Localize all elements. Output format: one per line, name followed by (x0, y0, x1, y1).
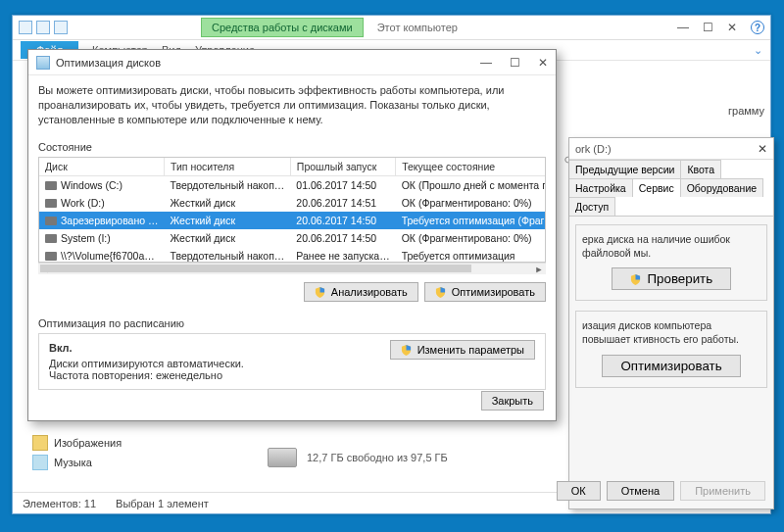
maximize-button[interactable]: ☐ (510, 56, 520, 70)
disk-icon (45, 199, 57, 208)
opt-intro-text: Вы можете оптимизировать диски, чтобы по… (38, 83, 546, 127)
table-row[interactable]: Зарезервировано …Жесткий диск20.06.2017 … (39, 212, 546, 229)
disk-icon (45, 234, 57, 243)
ribbon-expand-icon[interactable]: ⌄ (754, 44, 762, 57)
opt-title: Оптимизация дисков (56, 57, 161, 69)
table-row[interactable]: System (I:)Жесткий диск20.06.2017 14:50О… (39, 229, 546, 247)
shield-icon (630, 274, 641, 285)
maximize-button[interactable]: ☐ (703, 21, 713, 34)
sidebar-item-label: Музыка (54, 457, 92, 468)
opt-titlebar: Оптимизация дисков — ☐ ✕ (28, 50, 556, 75)
group-text: изация дисков компьютера повышает ктивно… (582, 319, 760, 346)
shield-icon (401, 345, 412, 356)
col-disk[interactable]: Диск (39, 158, 164, 176)
sidebar-item-music[interactable]: Музыка (32, 453, 228, 472)
status-item-count: Элементов: 11 (23, 498, 96, 509)
qat-icon[interactable] (54, 21, 68, 34)
sidebar-item-pictures[interactable]: Изображения (32, 433, 228, 453)
explorer-titlebar: Средства работы с дисками Этот компьютер… (13, 16, 770, 39)
shield-icon (315, 287, 325, 298)
col-last[interactable]: Прошлый запуск (290, 158, 395, 176)
explorer-navpane: Изображения Музыка (32, 433, 228, 472)
group-text: ерка диска на наличие ошибок файловой мы… (582, 233, 760, 260)
horizontal-scrollbar[interactable]: ◄ ► (38, 263, 546, 274)
drives-list[interactable]: Диск Тип носителя Прошлый запуск Текущее… (38, 157, 546, 263)
group-defrag: изация дисков компьютера повышает ктивно… (575, 311, 767, 387)
schedule-line: Частота повторения: еженедельно (49, 369, 535, 381)
scroll-thumb[interactable] (40, 265, 471, 272)
tab-service[interactable]: Сервис (633, 178, 681, 197)
schedule-box: Вкл. Диски оптимизируются автоматически.… (38, 333, 546, 390)
close-button[interactable]: ✕ (727, 21, 737, 34)
tab-hardware[interactable]: Оборудование (681, 178, 763, 197)
analyze-button[interactable]: Анализировать (304, 282, 418, 302)
props-tabs: Предыдущие версии Квота Настройка Сервис… (569, 160, 773, 217)
ok-button[interactable]: ОК (557, 481, 601, 501)
tab-prev-versions[interactable]: Предыдущие версии (569, 160, 681, 178)
disk-free-text: 12,7 ГБ свободно из 97,5 ГБ (307, 452, 448, 463)
minimize-button[interactable]: — (677, 21, 689, 34)
help-icon[interactable]: ? (751, 21, 764, 34)
disk-icon (45, 217, 57, 225)
change-settings-button[interactable]: Изменить параметры (390, 340, 535, 360)
drive-properties-dialog: ork (D:) ✕ Предыдущие версии Квота Настр… (568, 137, 774, 509)
cancel-button[interactable]: Отмена (607, 481, 674, 501)
hdd-icon (268, 448, 297, 467)
props-titlebar: ork (D:) ✕ (569, 138, 773, 160)
close-icon[interactable]: ✕ (758, 142, 767, 156)
group-check-errors: ерка диска на наличие ошибок файловой мы… (575, 224, 767, 301)
tab-customize[interactable]: Настройка (569, 178, 633, 197)
sidebar-item-label: Изображения (54, 437, 122, 449)
drive-icon (36, 56, 50, 70)
tab-sharing[interactable]: Доступ (569, 197, 615, 216)
optimize-drives-dialog: Оптимизация дисков — ☐ ✕ Вы можете оптим… (27, 49, 557, 421)
status-selection: Выбран 1 элемент (116, 498, 209, 509)
music-icon (32, 455, 48, 470)
disk-icon (45, 252, 57, 261)
state-label: Состояние (38, 141, 546, 153)
props-title: ork (D:) (575, 143, 612, 155)
optimize-button[interactable]: Оптимизировать (424, 282, 546, 302)
table-row[interactable]: Work (D:)Жесткий диск20.06.2017 14:51ОК … (39, 194, 546, 212)
qat-icon[interactable] (19, 21, 32, 34)
table-row[interactable]: Windows (C:)Твердотельный накоп…01.06.20… (39, 175, 546, 194)
explorer-title: Этот компьютер (377, 22, 458, 33)
close-button[interactable]: Закрыть (481, 391, 544, 411)
shield-icon (435, 287, 446, 298)
check-button[interactable]: Проверить (612, 267, 731, 290)
col-state[interactable]: Текущее состояние (396, 158, 546, 176)
table-row[interactable]: \\?\Volume{f6700a…Твердотельный накоп…Ра… (39, 247, 546, 263)
disk-icon (45, 181, 57, 190)
scroll-right-icon[interactable]: ► (532, 264, 546, 275)
minimize-button[interactable]: — (480, 56, 492, 70)
col-type[interactable]: Тип носителя (164, 158, 290, 176)
context-tab-disk-tools[interactable]: Средства работы с дисками (201, 18, 364, 37)
close-button[interactable]: ✕ (538, 56, 548, 70)
folder-icon (32, 435, 48, 451)
optimize-button[interactable]: Оптимизировать (602, 355, 740, 377)
disk-item[interactable]: 12,7 ГБ свободно из 97,5 ГБ (268, 448, 448, 467)
tab-quota[interactable]: Квота (681, 160, 721, 178)
schedule-label: Оптимизация по расписанию (38, 317, 546, 329)
apply-button: Применить (680, 481, 765, 501)
nav-dropdown-item[interactable]: грамму (728, 105, 764, 117)
qat-icon[interactable] (36, 21, 50, 34)
